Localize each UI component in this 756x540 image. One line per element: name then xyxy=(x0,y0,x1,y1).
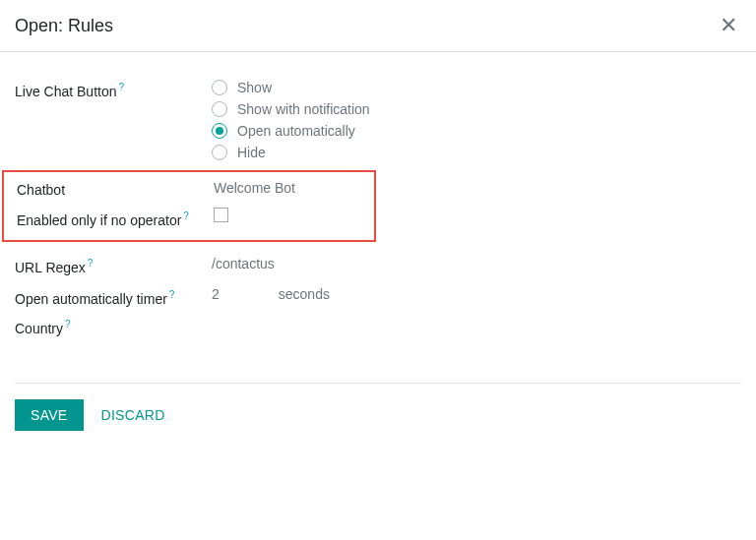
label-chatbot: Chatbot xyxy=(17,180,214,198)
row-open-auto-timer: Open automatically timer? 2 seconds xyxy=(15,286,741,309)
radio-group-live-chat: Show Show with notification Open automat… xyxy=(212,80,741,160)
radio-icon xyxy=(212,80,227,95)
field-live-chat-button: Show Show with notification Open automat… xyxy=(212,80,741,160)
help-icon[interactable]: ? xyxy=(65,319,71,330)
save-button[interactable]: SAVE xyxy=(15,399,84,431)
radio-option-open-automatically[interactable]: Open automatically xyxy=(212,123,741,139)
label-open-auto-timer: Open automatically timer? xyxy=(15,286,212,309)
help-icon[interactable]: ? xyxy=(119,82,125,92)
label-live-chat-button: Live Chat Button? xyxy=(15,80,212,99)
row-chatbot: Chatbot Welcome Bot xyxy=(4,180,374,198)
field-url-regex[interactable]: /contactus xyxy=(212,256,741,271)
row-country: Country? xyxy=(15,317,741,336)
help-icon[interactable]: ? xyxy=(88,258,94,269)
checkbox-enabled-no-operator[interactable] xyxy=(214,208,228,222)
timer-unit: seconds xyxy=(279,286,330,302)
dialog-title: Open: Rules xyxy=(15,16,113,36)
help-icon[interactable]: ? xyxy=(183,210,189,221)
help-icon[interactable]: ? xyxy=(169,289,175,300)
field-open-auto-timer: 2 seconds xyxy=(212,286,741,302)
radio-icon xyxy=(212,145,227,160)
field-enabled-no-operator xyxy=(214,208,374,225)
dialog-body: Live Chat Button? Show Show with notific… xyxy=(0,52,756,383)
discard-button[interactable]: DISCARD xyxy=(101,407,165,423)
close-button[interactable]: ✕ xyxy=(716,15,741,36)
label-country: Country? xyxy=(15,317,212,336)
row-live-chat-button: Live Chat Button? Show Show with notific… xyxy=(15,80,741,160)
dialog-header: Open: Rules ✕ xyxy=(0,0,756,51)
timer-value[interactable]: 2 xyxy=(212,286,220,302)
radio-option-show[interactable]: Show xyxy=(212,80,741,95)
row-enabled-no-operator: Enabled only if no operator? xyxy=(4,208,374,230)
highlight-chatbot-section: Chatbot Welcome Bot Enabled only if no o… xyxy=(2,170,376,242)
radio-option-hide[interactable]: Hide xyxy=(212,145,741,160)
radio-icon xyxy=(212,101,227,117)
radio-option-show-notification[interactable]: Show with notification xyxy=(212,101,741,117)
radio-icon-selected xyxy=(212,123,227,139)
row-url-regex: URL Regex? /contactus xyxy=(15,256,741,275)
label-enabled-no-operator: Enabled only if no operator? xyxy=(17,208,214,230)
dialog-footer: SAVE DISCARD xyxy=(0,384,756,450)
label-url-regex: URL Regex? xyxy=(15,256,212,275)
field-chatbot[interactable]: Welcome Bot xyxy=(214,180,374,196)
